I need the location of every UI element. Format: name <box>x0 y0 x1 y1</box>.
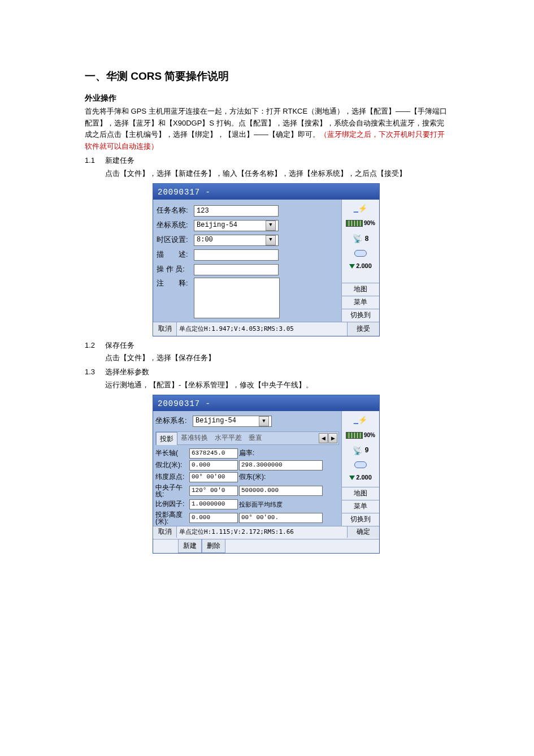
antenna-height-icon: 2.000 <box>344 261 377 271</box>
input-proj-height[interactable]: 0.000 <box>189 513 238 523</box>
section-1-2: 1.2 保存任务 <box>85 340 449 352</box>
footer-bar: 取消 单点定位H:1.115;V:2.172;RMS:1.66 确定 新建 删除 <box>153 526 379 553</box>
tab-datum[interactable]: 基准转换 <box>177 432 211 444</box>
tab-vertical[interactable]: 垂直 <box>245 432 266 444</box>
label-task-name: 任务名称: <box>157 205 194 217</box>
accept-button[interactable]: 接受 <box>347 322 379 336</box>
satellite-icon: 📡8 <box>344 232 377 245</box>
label-flattening: 扁率: <box>239 450 273 457</box>
label-coord-system: 坐标系统: <box>157 219 194 231</box>
menu-button[interactable]: 菜单 <box>342 296 379 309</box>
antenna-height-icon: 2.000 <box>344 473 377 483</box>
new-button[interactable]: 新建 <box>178 539 202 553</box>
input-flattening[interactable]: 298.3000000 <box>239 460 323 470</box>
tab-horiz-adjust[interactable]: 水平平差 <box>211 432 245 444</box>
tab-projection[interactable]: 投影 <box>156 432 177 445</box>
input-scale-factor[interactable]: 1.0000000 <box>189 499 238 509</box>
window-titlebar: 20090317 - <box>153 184 379 200</box>
battery-text: 90% <box>364 219 375 228</box>
footer-bar: 取消 单点定位H:1.947;V:4.053;RMS:3.05 接受 <box>153 322 379 336</box>
link-icon <box>344 250 377 257</box>
subheading: 外业操作 <box>85 92 449 104</box>
satellite-count: 9 <box>365 445 369 456</box>
link-icon <box>344 461 377 468</box>
label-semi-major: 半长轴( <box>155 450 188 457</box>
form-area: 坐标系名: Beijing-54 ▼ 投影 基准转换 水平平差 垂直 ◀ ▶ 半… <box>153 411 341 526</box>
section-1-2-body: 点击【文件】，选择【保存任务】 <box>105 352 449 364</box>
section-1-3-body: 运行测地通，【配置】-【坐标系管理】，修改【中央子午线】。 <box>105 379 449 391</box>
select-coord-name[interactable]: Beijing-54 ▼ <box>193 416 272 427</box>
select-timezone[interactable]: 8:00 ▼ <box>194 235 279 246</box>
switch-button[interactable]: 切换到 <box>342 309 379 322</box>
section-number: 1.1 <box>85 155 105 167</box>
label-timezone: 时区设置: <box>157 234 194 246</box>
battery-text: 90% <box>364 431 375 440</box>
input-false-east[interactable]: 500000.000 <box>239 486 323 496</box>
input-description[interactable] <box>194 249 279 261</box>
section-title: 选择坐标参数 <box>105 366 149 378</box>
section-title: 保存任务 <box>105 340 134 352</box>
switch-button[interactable]: 切换到 <box>342 513 379 526</box>
status-text: 单点定位H:1.115;V:2.172;RMS:1.66 <box>177 527 347 537</box>
input-task-name[interactable]: 123 <box>194 205 279 217</box>
antenna-height-value: 2.000 <box>356 473 372 483</box>
doc-title: 一、华测 CORS 简要操作说明 <box>85 68 449 85</box>
side-panel: ⎯⚡ 90% 📡8 2.000 地图 菜单 切换到 <box>341 200 379 322</box>
side-panel: ⎯⚡ 90% 📡9 2.000 地图 菜单 切换到 <box>341 411 379 526</box>
label-notes: 注 释: <box>157 278 194 290</box>
chevron-down-icon[interactable]: ▼ <box>266 221 276 231</box>
connection-icon: ⎯⚡ <box>344 203 377 215</box>
device-window-new-task: 20090317 - 任务名称: 123 坐标系统: Beijing-54 ▼ … <box>153 183 380 336</box>
tab-scroll-right-icon[interactable]: ▶ <box>328 433 337 443</box>
select-timezone-value: 8:00 <box>197 235 213 245</box>
form-area: 任务名称: 123 坐标系统: Beijing-54 ▼ 时区设置: 8:00 … <box>153 200 341 322</box>
tab-bar: 投影 基准转换 水平平差 垂直 ◀ ▶ <box>155 431 339 445</box>
chevron-down-icon[interactable]: ▼ <box>266 235 276 245</box>
section-1-3: 1.3 选择坐标参数 <box>85 366 449 378</box>
intro-paragraph: 首先将手簿和 GPS 主机用蓝牙连接在一起，方法如下：打开 RTKCE（测地通）… <box>85 106 449 153</box>
connection-icon: ⎯⚡ <box>344 414 377 426</box>
map-button[interactable]: 地图 <box>342 487 379 500</box>
label-avg-lat: 投影面平均纬度 <box>239 501 323 508</box>
satellite-count: 8 <box>365 234 369 244</box>
window-titlebar: 20090317 - <box>153 395 379 411</box>
input-false-north[interactable]: 0.000 <box>189 460 238 470</box>
section-number: 1.2 <box>85 340 105 352</box>
ok-button[interactable]: 确定 <box>347 526 379 538</box>
cancel-button[interactable]: 取消 <box>153 526 177 538</box>
menu-button[interactable]: 菜单 <box>342 500 379 513</box>
delete-button[interactable]: 删除 <box>202 539 225 553</box>
antenna-height-value: 2.000 <box>356 261 372 271</box>
label-false-north: 假北(米): <box>155 461 188 469</box>
section-title: 新建任务 <box>105 155 134 167</box>
input-avg-lat[interactable]: 00° 00'00. <box>239 513 323 523</box>
label-central-meridian: 中央子午线: <box>155 484 188 498</box>
section-number: 1.3 <box>85 366 105 378</box>
label-proj-height: 投影高度(米): <box>155 511 188 525</box>
select-coord-name-value: Beijing-54 <box>196 416 236 426</box>
input-operator[interactable] <box>194 264 279 275</box>
chevron-down-icon[interactable]: ▼ <box>259 416 269 426</box>
map-button[interactable]: 地图 <box>342 283 379 296</box>
bottom-toolbar: 新建 删除 <box>153 539 379 553</box>
section-1-1: 1.1 新建任务 <box>85 155 449 167</box>
cancel-button[interactable]: 取消 <box>153 322 177 336</box>
satellite-icon: 📡9 <box>344 444 377 457</box>
input-central-meridian[interactable]: 120° 00'0 <box>189 486 238 496</box>
label-operator: 操 作 员: <box>157 263 194 275</box>
label-coord-name: 坐标系名: <box>155 415 193 427</box>
section-1-1-body: 点击【文件】，选择【新建任务】，输入【任务名称】，选择【坐标系统】，之后点【接受… <box>105 168 449 180</box>
label-false-east: 假东(米): <box>239 473 273 481</box>
tab-scroll-left-icon[interactable]: ◀ <box>319 433 328 443</box>
input-semi-major[interactable]: 6378245.0 <box>189 448 238 459</box>
textarea-notes[interactable] <box>194 278 280 318</box>
status-text: 单点定位H:1.947;V:4.053;RMS:3.05 <box>177 324 347 334</box>
projection-grid: 半长轴( 6378245.0 扁率: 假北(米): 0.000 298.3000… <box>155 448 339 525</box>
select-coord-value: Beijing-54 <box>197 220 237 231</box>
label-scale-factor: 比例因子: <box>155 500 188 508</box>
input-lat-origin[interactable]: 00° 00'00 <box>189 472 238 482</box>
select-coord-system[interactable]: Beijing-54 ▼ <box>194 220 279 231</box>
device-window-coord-manage: 20090317 - 坐标系名: Beijing-54 ▼ 投影 基准转换 水平… <box>153 395 380 554</box>
battery-icon: 90% <box>344 431 377 440</box>
label-lat-origin: 纬度原点: <box>155 473 188 481</box>
